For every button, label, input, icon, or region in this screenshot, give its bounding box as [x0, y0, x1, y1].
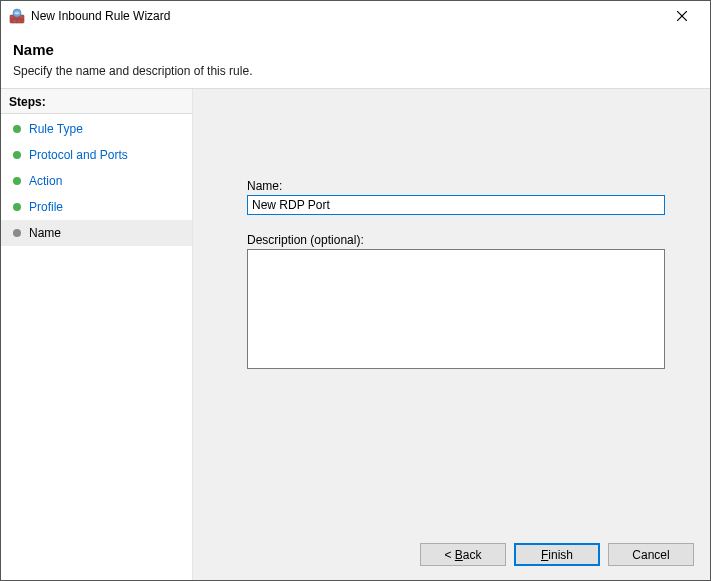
- firewall-icon: [9, 8, 25, 24]
- spacer: [193, 372, 710, 533]
- step-bullet-icon: [13, 177, 21, 185]
- finish-button-label: Finish: [541, 548, 573, 562]
- back-button-label: < Back: [444, 548, 481, 562]
- titlebar: New Inbound Rule Wizard: [1, 1, 710, 31]
- step-label: Action: [29, 174, 62, 188]
- steps-heading: Steps:: [1, 89, 192, 114]
- step-protocol-and-ports[interactable]: Protocol and Ports: [1, 142, 192, 168]
- description-group: Description (optional):: [247, 233, 680, 372]
- step-rule-type[interactable]: Rule Type: [1, 116, 192, 142]
- cancel-button-label: Cancel: [632, 548, 669, 562]
- name-label: Name:: [247, 179, 680, 193]
- page-title: Name: [13, 41, 698, 58]
- step-bullet-icon: [13, 203, 21, 211]
- back-button[interactable]: < Back: [420, 543, 506, 566]
- wizard-header: Name Specify the name and description of…: [1, 31, 710, 89]
- step-bullet-icon: [13, 125, 21, 133]
- close-button[interactable]: [662, 2, 702, 30]
- main-panel: Name: Description (optional): < Back Fin…: [193, 89, 710, 580]
- finish-button[interactable]: Finish: [514, 543, 600, 566]
- step-label: Profile: [29, 200, 63, 214]
- step-bullet-icon: [13, 229, 21, 237]
- form-area: Name: Description (optional):: [193, 89, 710, 372]
- step-action[interactable]: Action: [1, 168, 192, 194]
- steps-list: Rule Type Protocol and Ports Action Prof…: [1, 114, 192, 248]
- step-bullet-icon: [13, 151, 21, 159]
- page-subtitle: Specify the name and description of this…: [13, 64, 698, 78]
- description-label: Description (optional):: [247, 233, 680, 247]
- step-label: Name: [29, 226, 61, 240]
- step-profile[interactable]: Profile: [1, 194, 192, 220]
- steps-sidebar: Steps: Rule Type Protocol and Ports Acti…: [1, 89, 193, 580]
- step-name[interactable]: Name: [1, 220, 192, 246]
- step-label: Protocol and Ports: [29, 148, 128, 162]
- wizard-body: Steps: Rule Type Protocol and Ports Acti…: [1, 89, 710, 580]
- close-icon: [677, 11, 687, 21]
- wizard-window: New Inbound Rule Wizard Name Specify the…: [0, 0, 711, 581]
- name-input[interactable]: [247, 195, 665, 215]
- step-label: Rule Type: [29, 122, 83, 136]
- name-group: Name:: [247, 179, 680, 215]
- description-input[interactable]: [247, 249, 665, 369]
- window-title: New Inbound Rule Wizard: [31, 9, 662, 23]
- button-row: < Back Finish Cancel: [193, 533, 710, 580]
- cancel-button[interactable]: Cancel: [608, 543, 694, 566]
